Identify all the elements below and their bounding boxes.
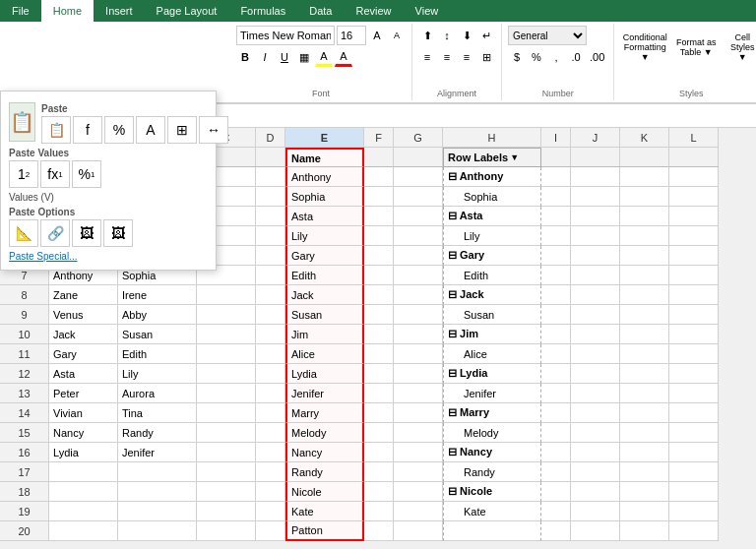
cell-i13[interactable] <box>541 384 571 403</box>
cell-l8[interactable] <box>669 285 719 305</box>
cell-a19[interactable] <box>49 502 118 521</box>
cell-j13[interactable] <box>571 384 620 403</box>
cell-a8[interactable]: Zane <box>49 285 118 305</box>
cell-b11[interactable]: Edith <box>118 344 197 364</box>
bold-button[interactable]: B <box>236 47 254 67</box>
number-format-select[interactable]: General <box>508 26 587 45</box>
col-header-j[interactable]: J <box>571 128 620 148</box>
align-left-button[interactable]: ≡ <box>418 47 436 67</box>
cell-a12[interactable]: Asta <box>49 364 118 384</box>
cell-c15[interactable] <box>197 423 256 443</box>
cell-i5[interactable] <box>541 226 571 246</box>
cell-l13[interactable] <box>669 384 719 403</box>
tab-file[interactable]: File <box>0 0 41 22</box>
cell-e11[interactable]: Alice <box>285 344 364 364</box>
cell-f20[interactable] <box>364 521 394 541</box>
italic-button[interactable]: I <box>256 47 274 67</box>
cell-c10[interactable] <box>197 325 256 344</box>
cell-c12[interactable] <box>197 364 256 384</box>
cell-j3[interactable] <box>571 187 620 207</box>
cell-h11[interactable]: Alice <box>443 344 541 364</box>
cell-j10[interactable] <box>571 325 620 344</box>
cell-j14[interactable] <box>571 403 620 423</box>
cell-g14[interactable] <box>394 403 443 423</box>
cell-i8[interactable] <box>541 285 571 305</box>
cell-b19[interactable] <box>118 502 197 521</box>
cell-i1[interactable] <box>541 148 571 167</box>
cell-h16[interactable]: ⊟ Nancy <box>443 443 541 462</box>
cell-d6[interactable] <box>256 246 285 266</box>
cell-d4[interactable] <box>256 207 285 226</box>
cell-i18[interactable] <box>541 482 571 502</box>
cell-e2[interactable]: Anthony <box>285 167 364 187</box>
cell-f5[interactable] <box>364 226 394 246</box>
cell-g11[interactable] <box>394 344 443 364</box>
cell-a18[interactable] <box>49 482 118 502</box>
cell-d12[interactable] <box>256 364 285 384</box>
font-color-button[interactable]: A <box>335 47 352 67</box>
cell-j5[interactable] <box>571 226 620 246</box>
cell-a9[interactable]: Venus <box>49 305 118 325</box>
cell-k11[interactable] <box>620 344 669 364</box>
cell-i6[interactable] <box>541 246 571 266</box>
cell-d16[interactable] <box>256 443 285 462</box>
row-header-10[interactable]: 10 <box>0 325 49 344</box>
cell-j16[interactable] <box>571 443 620 462</box>
cell-e20[interactable]: Patton <box>285 521 364 541</box>
align-top-right-button[interactable]: ⬇ <box>458 26 475 45</box>
cell-f6[interactable] <box>364 246 394 266</box>
cell-k6[interactable] <box>620 246 669 266</box>
cell-d14[interactable] <box>256 403 285 423</box>
cell-e15[interactable]: Melody <box>285 423 364 443</box>
cell-b9[interactable]: Abby <box>118 305 197 325</box>
cell-h8[interactable]: ⊟ Jack <box>443 285 541 305</box>
cell-f7[interactable] <box>364 266 394 285</box>
cell-c13[interactable] <box>197 384 256 403</box>
cell-j15[interactable] <box>571 423 620 443</box>
cell-j18[interactable] <box>571 482 620 502</box>
row-header-15[interactable]: 15 <box>0 423 49 443</box>
cell-h10[interactable]: ⊟ Jim <box>443 325 541 344</box>
cell-f2[interactable] <box>364 167 394 187</box>
cell-a10[interactable]: Jack <box>49 325 118 344</box>
cell-e16[interactable]: Nancy <box>285 443 364 462</box>
cell-d15[interactable] <box>256 423 285 443</box>
cell-c11[interactable] <box>197 344 256 364</box>
align-top-center-button[interactable]: ↕ <box>438 26 456 45</box>
cell-k10[interactable] <box>620 325 669 344</box>
cell-c9[interactable] <box>197 305 256 325</box>
fill-color-button[interactable]: A <box>315 47 333 67</box>
cell-d10[interactable] <box>256 325 285 344</box>
cell-b14[interactable]: Tina <box>118 403 197 423</box>
cell-k2[interactable] <box>620 167 669 187</box>
cell-j7[interactable] <box>571 266 620 285</box>
conditional-formatting-button[interactable]: ConditionalFormatting ▼ <box>620 28 669 67</box>
cell-e7[interactable]: Edith <box>285 266 364 285</box>
cell-e12[interactable]: Lydia <box>285 364 364 384</box>
cell-g15[interactable] <box>394 423 443 443</box>
cell-f10[interactable] <box>364 325 394 344</box>
cell-h2[interactable]: ⊟ Anthony <box>443 167 541 187</box>
cell-h18[interactable]: ⊟ Nicole <box>443 482 541 502</box>
cell-g3[interactable] <box>394 187 443 207</box>
cell-d20[interactable] <box>256 521 285 541</box>
cell-k5[interactable] <box>620 226 669 246</box>
paste-icon-2[interactable]: f <box>73 116 102 144</box>
cell-h4[interactable]: ⊟ Asta <box>443 207 541 226</box>
cell-e13[interactable]: Jenifer <box>285 384 364 403</box>
cell-f19[interactable] <box>364 502 394 521</box>
cell-f8[interactable] <box>364 285 394 305</box>
tab-insert[interactable]: Insert <box>94 0 145 22</box>
row-header-18[interactable]: 18 <box>0 482 49 502</box>
font-shrink-button[interactable]: A <box>388 26 406 45</box>
cell-g2[interactable] <box>394 167 443 187</box>
cell-a15[interactable]: Nancy <box>49 423 118 443</box>
cell-h14[interactable]: ⊟ Marry <box>443 403 541 423</box>
cell-d18[interactable] <box>256 482 285 502</box>
cell-c8[interactable] <box>197 285 256 305</box>
cell-i20[interactable] <box>541 521 571 541</box>
cell-k17[interactable] <box>620 462 669 482</box>
row-header-16[interactable]: 16 <box>0 443 49 462</box>
cell-i15[interactable] <box>541 423 571 443</box>
cell-d3[interactable] <box>256 187 285 207</box>
